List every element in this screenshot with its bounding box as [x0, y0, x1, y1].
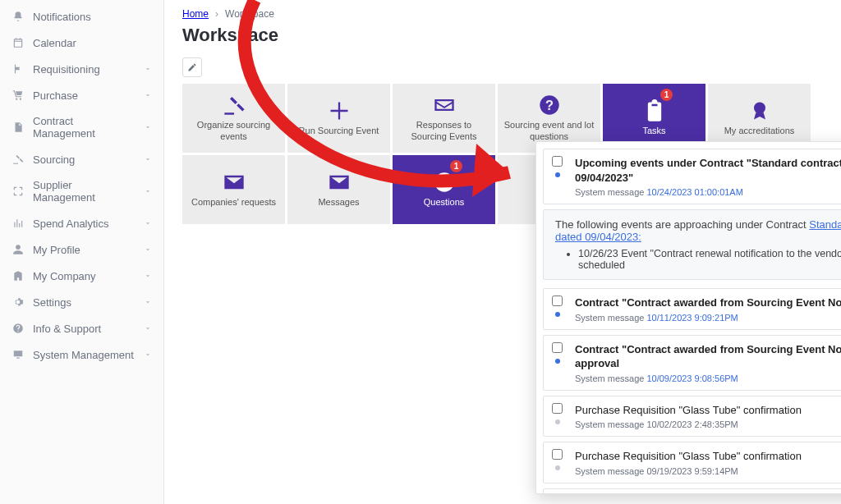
task-checkbox[interactable] — [552, 403, 563, 414]
clipboard-icon — [643, 99, 666, 122]
task-title: Contract "Contract awarded from Sourcing… — [575, 296, 841, 310]
read-dot-icon — [555, 419, 560, 424]
sidebar-item-label: Supplier Management — [33, 179, 136, 204]
task-checkbox[interactable] — [552, 156, 563, 167]
sidebar-item-notifications[interactable]: Notifications — [0, 3, 163, 30]
chevron-down-icon — [144, 219, 152, 227]
sidebar-item-system-management[interactable]: System Management — [0, 341, 163, 368]
cart-icon — [11, 89, 25, 102]
detail-bullet: 10/26/23 Event "Contract renewal notific… — [578, 248, 841, 271]
task-timestamp: 09/19/2023 9:59:14PM — [646, 466, 738, 476]
sidebar-item-label: My Company — [33, 270, 96, 282]
task-meta: System message 10/11/2023 9:09:21PM — [575, 313, 841, 323]
tile-label: My accreditations — [724, 126, 795, 137]
task-title: Contract "Contract awarded from Sourcing… — [575, 342, 841, 371]
tile-label: Questions — [424, 197, 465, 208]
chevron-down-icon — [144, 245, 152, 254]
sidebar-item-info-support[interactable]: Info & Support — [0, 315, 163, 341]
unread-dot-icon — [555, 172, 560, 177]
breadcrumb-home[interactable]: Home — [182, 8, 209, 20]
edit-button[interactable] — [182, 57, 202, 77]
badge-count: 1 — [660, 89, 673, 101]
task-timestamp: 10/11/2023 9:09:21PM — [646, 313, 738, 323]
chevron-down-icon — [144, 351, 152, 359]
task-item[interactable]: Requirement "Quartz Glass Tube (AK977)" … — [543, 488, 841, 494]
tile-label: Companies' requests — [191, 197, 276, 208]
envelope-icon — [223, 171, 246, 194]
building-icon — [11, 269, 25, 282]
task-item[interactable]: Contract "Contract awarded from Sourcing… — [543, 288, 841, 330]
plus-icon — [328, 99, 351, 122]
chevron-down-icon — [144, 187, 152, 195]
chevron-right-icon: › — [215, 8, 218, 20]
breadcrumb-current: Workspace — [225, 8, 274, 20]
task-checkbox[interactable] — [552, 449, 563, 460]
task-detail-panel: The following events are approaching und… — [543, 209, 841, 280]
svg-point-2 — [754, 103, 765, 114]
sidebar-item-my-company[interactable]: My Company — [0, 263, 163, 289]
sidebar-item-label: Calendar — [33, 37, 76, 49]
chevron-down-icon — [144, 123, 152, 131]
message-icon — [328, 171, 351, 194]
tile-run-sourcing-event[interactable]: Run Sourcing Event — [287, 84, 390, 153]
tile-companies-requests[interactable]: Companies' requests — [182, 155, 285, 224]
mail-reply-icon — [433, 94, 456, 117]
tile-label: Messages — [318, 197, 359, 208]
award-icon — [748, 99, 771, 122]
badge-count: 1 — [450, 160, 462, 172]
task-item[interactable]: Purchase Requisition "Glass Tube" confir… — [543, 442, 841, 483]
chevron-down-icon — [144, 272, 152, 280]
read-dot-icon — [555, 465, 560, 470]
task-meta: System message 09/19/2023 9:59:14PM — [575, 466, 841, 476]
sidebar-item-label: Purchase — [33, 89, 78, 102]
sidebar-item-label: Info & Support — [33, 323, 101, 335]
task-meta: System message 10/24/2023 01:00:01AM — [575, 187, 841, 197]
chevron-down-icon — [144, 91, 152, 99]
task-item[interactable]: Purchase Requisition "Glass Tube" confir… — [543, 396, 841, 438]
sidebar-item-label: Settings — [33, 296, 71, 309]
sidebar-item-label: Requisitioning — [33, 63, 100, 76]
tile-label: Run Sourcing Event — [299, 126, 379, 137]
monitor-icon — [11, 348, 25, 361]
question-icon — [11, 322, 25, 335]
gavel-icon — [223, 94, 246, 117]
sidebar-item-supplier-management[interactable]: Supplier Management — [0, 172, 163, 210]
task-item[interactable]: Contract "Contract awarded from Sourcing… — [543, 335, 841, 391]
sidebar-item-label: My Profile — [33, 244, 80, 256]
tile-label: Responses to Sourcing Events — [398, 120, 490, 143]
task-timestamp: 10/09/2023 9:08:56PM — [646, 373, 738, 383]
sidebar-item-label: Contract Management — [33, 115, 136, 140]
sidebar-item-spend-analytics[interactable]: Spend Analytics — [0, 210, 163, 236]
main-content: Home › Workspace Workspace Organize sour… — [164, 0, 841, 504]
task-title: Purchase Requisition "Glass Tube" confir… — [575, 403, 841, 418]
page-title: Workspace — [182, 25, 823, 46]
tile-organize-sourcing-events[interactable]: Organize sourcing events — [182, 84, 285, 153]
sidebar-item-label: System Management — [33, 349, 134, 361]
detail-intro: The following events are approaching und… — [555, 218, 809, 231]
task-timestamp: 10/24/2023 01:00:01AM — [646, 187, 742, 197]
task-checkbox[interactable] — [552, 296, 563, 306]
sidebar-item-sourcing[interactable]: Sourcing — [0, 146, 163, 172]
tasks-panel: Upcoming events under Contract "Standard… — [535, 141, 841, 494]
tile-questions[interactable]: 1 ? Questions — [393, 155, 495, 224]
sidebar-item-purchase[interactable]: Purchase — [0, 82, 163, 108]
sidebar-item-calendar[interactable]: Calendar — [0, 30, 163, 56]
flag-icon — [11, 62, 25, 76]
chevron-down-icon — [144, 155, 152, 163]
tile-label: Sourcing event and lot questions — [503, 120, 595, 143]
tile-messages[interactable]: Messages — [287, 155, 390, 224]
sidebar: Notifications Calendar Requisitioning Pu… — [0, 0, 164, 504]
task-source: System message — [575, 187, 644, 197]
bell-icon — [11, 10, 25, 23]
sidebar-item-settings[interactable]: Settings — [0, 289, 163, 315]
sidebar-item-requisitioning[interactable]: Requisitioning — [0, 56, 163, 82]
breadcrumb: Home › Workspace — [182, 7, 823, 20]
chart-icon — [11, 217, 25, 230]
svg-text:?: ? — [440, 175, 448, 190]
sidebar-item-my-profile[interactable]: My Profile — [0, 236, 163, 263]
sidebar-item-contract-management[interactable]: Contract Management — [0, 108, 163, 146]
task-item[interactable]: Upcoming events under Contract "Standard… — [543, 149, 841, 204]
task-meta: System message 10/09/2023 9:08:56PM — [575, 373, 841, 383]
tile-responses-to-sourcing-events[interactable]: Responses to Sourcing Events — [393, 84, 495, 153]
task-checkbox[interactable] — [552, 342, 563, 353]
